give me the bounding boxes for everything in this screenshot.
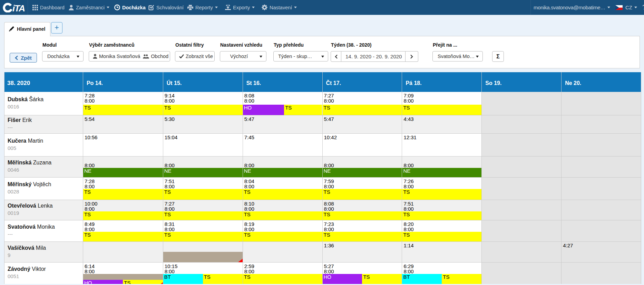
day-cell[interactable]: 10:42: [323, 134, 402, 156]
employee-name-cell[interactable]: Vašíčková Mila9: [4, 242, 83, 263]
language-menu[interactable]: CZ: [615, 4, 637, 10]
jump-to-select[interactable]: Svatoňová Mo…: [432, 51, 483, 61]
nav-item-nastaven-[interactable]: Nastavení: [262, 0, 297, 15]
day-cell[interactable]: 1:36: [323, 242, 402, 263]
nav-item-dashboard[interactable]: Dashboard: [32, 0, 65, 15]
employee-name-cell[interactable]: Dubská Šárka0016: [4, 92, 83, 115]
day-cell[interactable]: 8:198:00TS: [243, 220, 323, 242]
day-cell[interactable]: [482, 200, 562, 220]
day-cell[interactable]: [562, 263, 641, 284]
day-cell[interactable]: [562, 92, 641, 115]
employee-name-cell[interactable]: Měřínský Vojtěch0028: [4, 178, 83, 200]
day-cell[interactable]: 7:518:00TS: [402, 200, 482, 220]
day-cell[interactable]: 6:148:00HOTS: [83, 263, 163, 284]
day-cell[interactable]: 4:43: [402, 115, 482, 134]
day-cell[interactable]: [482, 263, 562, 284]
nav-item-zam-stnanci[interactable]: Zaměstnanci: [69, 0, 109, 15]
day-cell[interactable]: 10:56: [83, 134, 163, 156]
day-cell[interactable]: [482, 178, 562, 200]
day-cell[interactable]: [562, 115, 641, 134]
day-cell[interactable]: [243, 242, 323, 263]
day-cell[interactable]: 8:498:00TS: [83, 220, 163, 242]
employee-name-cell[interactable]: Závodný Viktor0051: [4, 263, 83, 284]
week-range-input[interactable]: 14. 9. 2020 - 20. 9. 2020: [341, 51, 406, 62]
employee-row: Vašíčková Mila91:361:144:27: [4, 242, 641, 263]
day-cell[interactable]: 7:268:00TS: [402, 178, 482, 200]
day-cell[interactable]: 8:00NE: [163, 156, 243, 178]
day-cell[interactable]: 5:54: [83, 115, 163, 134]
day-cell[interactable]: 5:278:00HOTS: [323, 263, 402, 284]
day-cell[interactable]: [482, 242, 562, 263]
day-cell[interactable]: [562, 178, 641, 200]
day-cell[interactable]: [562, 134, 641, 156]
nav-item-reporty[interactable]: Reporty: [187, 0, 218, 15]
module-select[interactable]: Docházka: [42, 51, 84, 61]
day-cell[interactable]: 7:278:00TS: [323, 92, 402, 115]
employee-name-cell[interactable]: Fišer Erik---: [4, 115, 83, 134]
appearance-select[interactable]: Výchozí: [220, 51, 266, 61]
day-cell[interactable]: 4:27: [562, 242, 641, 263]
day-cell[interactable]: 8:00NE: [83, 156, 163, 178]
day-cell[interactable]: 1:14: [402, 242, 482, 263]
day-cell[interactable]: 5:30: [163, 115, 243, 134]
shift-code-bar: HO: [243, 105, 284, 115]
day-cell[interactable]: [83, 242, 163, 263]
day-cell[interactable]: 8:208:00TS: [402, 220, 482, 242]
employee-name-cell[interactable]: Kučera Martin005: [4, 134, 83, 156]
day-cell[interactable]: 7:098:00TS: [402, 92, 482, 115]
view-type-select[interactable]: Týden - skup…: [273, 51, 328, 61]
day-cell[interactable]: 12:31: [402, 134, 482, 156]
day-cell[interactable]: [482, 92, 562, 115]
day-cell[interactable]: 7:238:00TS: [323, 220, 402, 242]
add-tab-button[interactable]: +: [51, 22, 62, 34]
day-cell[interactable]: 8:00NE: [323, 156, 402, 178]
day-cell[interactable]: 5:47: [323, 115, 402, 134]
day-cell[interactable]: 7:278:00TS: [163, 200, 243, 220]
day-cell[interactable]: 7:288:00TS: [83, 178, 163, 200]
person-icon: [93, 54, 97, 59]
prev-week-button[interactable]: [331, 51, 341, 62]
nav-item-exporty[interactable]: Exporty: [225, 0, 255, 15]
app-logo[interactable]: iTA: [0, 0, 28, 15]
day-cell[interactable]: 8:00NE: [243, 156, 323, 178]
day-cell[interactable]: [482, 220, 562, 242]
back-button[interactable]: Zpět: [10, 53, 37, 63]
day-cell[interactable]: [482, 134, 562, 156]
day-cell[interactable]: 10:008:00TS: [83, 200, 163, 220]
day-cell[interactable]: [482, 115, 562, 134]
employee-filter-button[interactable]: Monika Svatoňová Obchod: [89, 51, 170, 61]
day-cell[interactable]: [562, 220, 641, 242]
day-cell[interactable]: 10:158:00BTTS: [163, 263, 243, 284]
nav-item-schvalov-n-[interactable]: Schvalování: [148, 0, 184, 15]
day-cell[interactable]: 8:00NE: [402, 156, 482, 178]
employee-name-cell[interactable]: Otevřelová Lenka0019: [4, 200, 83, 220]
day-cell[interactable]: 7:288:00TS: [83, 92, 163, 115]
employee-name-cell[interactable]: Svatoňová Monika---: [4, 220, 83, 242]
day-cell[interactable]: [482, 156, 562, 178]
user-menu[interactable]: monika.svatonova@mobatime…: [534, 4, 610, 10]
day-cell[interactable]: 7:518:00TS: [163, 178, 243, 200]
nav-menu: DashboardZaměstnanciDocházkaSchvalováníR…: [28, 0, 304, 15]
day-cell[interactable]: [562, 200, 641, 220]
day-cell[interactable]: 9:148:00TS: [163, 92, 243, 115]
show-all-button[interactable]: Zobrazit vše: [175, 51, 215, 61]
day-cell[interactable]: 8:088:00HOTS: [243, 92, 323, 115]
day-cell[interactable]: [163, 242, 243, 263]
day-cell[interactable]: [562, 156, 641, 178]
day-cell[interactable]: 2:598:00TS: [243, 263, 323, 284]
nav-item-doch-zka[interactable]: Docházka: [114, 0, 146, 15]
employee-name-cell[interactable]: Měřínská Zuzana0046: [4, 156, 83, 178]
tab-main-panel[interactable]: Hlavní panel: [4, 22, 50, 36]
day-cell[interactable]: 8:318:00TS: [163, 220, 243, 242]
day-cell[interactable]: 8:048:00TS: [243, 178, 323, 200]
day-cell[interactable]: 8:108:00TS: [243, 200, 323, 220]
day-cell[interactable]: 15:04: [163, 134, 243, 156]
next-week-button[interactable]: [406, 51, 418, 62]
day-cell[interactable]: 8:088:00TS: [323, 200, 402, 220]
help-icon[interactable]: ?: [642, 3, 644, 11]
sum-button[interactable]: Σ: [492, 51, 504, 62]
day-cell[interactable]: 7:45: [243, 134, 323, 156]
day-cell[interactable]: 6:298:00BTTS: [402, 263, 482, 284]
day-cell[interactable]: 7:598:00TS: [323, 178, 402, 200]
day-cell[interactable]: 5:47: [243, 115, 323, 134]
